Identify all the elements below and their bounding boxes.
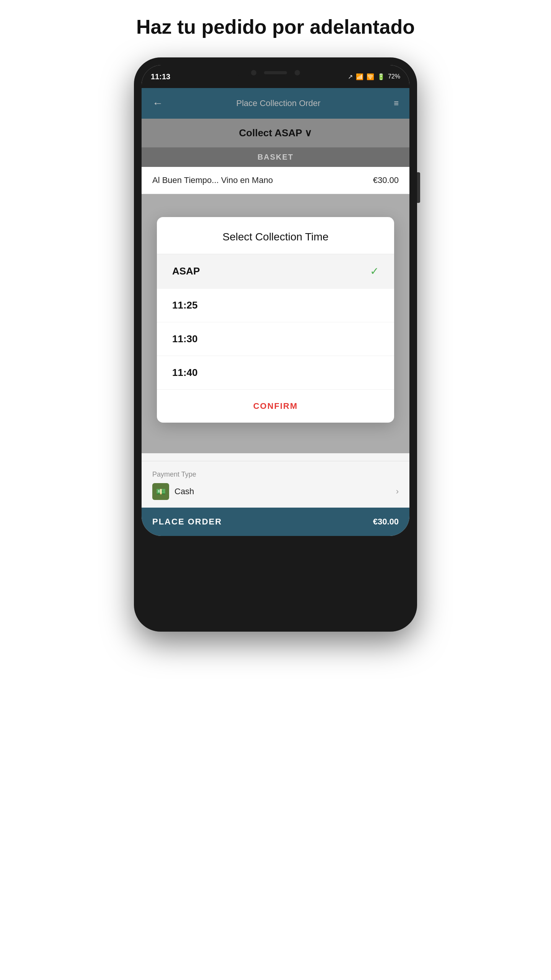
network-icon: 📶 [356, 73, 364, 80]
basket-label: BASKET [258, 153, 293, 161]
collect-asap-label: Collect ASAP ∨ [239, 127, 312, 139]
order-item-name: Al Buen Tiempo... Vino en Mano [152, 175, 273, 185]
cash-icon: 💵 [152, 483, 169, 500]
payment-left: 💵 Cash [152, 483, 194, 500]
confirm-label: CONFIRM [253, 401, 298, 411]
chevron-right-icon: › [396, 487, 399, 497]
cash-symbol: 💵 [156, 487, 166, 496]
phone-screen: 11:13 ↗ 📶 🛜 🔋 72% ← Place Collection Ord [142, 65, 409, 536]
place-order-price: €30.00 [373, 517, 399, 527]
status-time: 11:13 [151, 72, 170, 81]
payment-row[interactable]: 💵 Cash › [152, 483, 399, 500]
confirm-button[interactable]: CONFIRM [157, 390, 394, 423]
option-time1[interactable]: 11:25 [157, 289, 394, 322]
signal-icon: ↗ [348, 73, 353, 80]
option-time1-label: 11:25 [172, 299, 198, 311]
menu-button[interactable]: ≡ [394, 99, 399, 108]
place-order-bar[interactable]: PLACE ORDER €30.00 [142, 508, 409, 536]
notch [237, 65, 314, 80]
payment-method: Cash [174, 487, 194, 497]
payment-label: Payment Type [152, 470, 399, 479]
option-time3-label: 11:40 [172, 367, 198, 379]
collect-asap-bar[interactable]: Collect ASAP ∨ [142, 119, 409, 147]
modal-title: Select Collection Time [222, 231, 328, 243]
collection-time-modal: Select Collection Time ASAP ✓ 11:25 11:3… [157, 217, 394, 423]
option-time2[interactable]: 11:30 [157, 322, 394, 356]
battery-percent: 72% [388, 73, 400, 80]
payment-section: Payment Type 💵 Cash › [142, 461, 409, 508]
front-sensor [295, 70, 300, 75]
battery-icon: 🔋 [377, 73, 385, 80]
order-item-price: €30.00 [373, 175, 399, 185]
modal-header: Select Collection Time [157, 217, 394, 254]
camera [251, 70, 256, 75]
back-button[interactable]: ← [152, 97, 163, 109]
check-icon: ✓ [370, 265, 379, 278]
page-headline: Haz tu pedido por adelantado [129, 15, 422, 38]
place-order-label: PLACE ORDER [152, 517, 222, 527]
speaker [264, 71, 287, 74]
order-item: Al Buen Tiempo... Vino en Mano €30.00 [142, 167, 409, 194]
basket-label-bar: BASKET [142, 147, 409, 167]
option-asap-label: ASAP [172, 265, 200, 277]
app-header: ← Place Collection Order ≡ [142, 88, 409, 119]
option-time2-label: 11:30 [172, 333, 198, 345]
option-asap[interactable]: ASAP ✓ [157, 254, 394, 289]
option-time3[interactable]: 11:40 [157, 356, 394, 390]
header-title: Place Collection Order [236, 98, 321, 108]
modal-overlay: Select Collection Time ASAP ✓ 11:25 11:3… [142, 194, 409, 453]
status-icons: ↗ 📶 🛜 🔋 72% [348, 73, 400, 80]
phone-shell: 11:13 ↗ 📶 🛜 🔋 72% ← Place Collection Ord [134, 57, 417, 632]
power-button [417, 172, 420, 203]
wifi-icon: 🛜 [367, 73, 374, 80]
status-bar: 11:13 ↗ 📶 🛜 🔋 72% [142, 65, 409, 88]
